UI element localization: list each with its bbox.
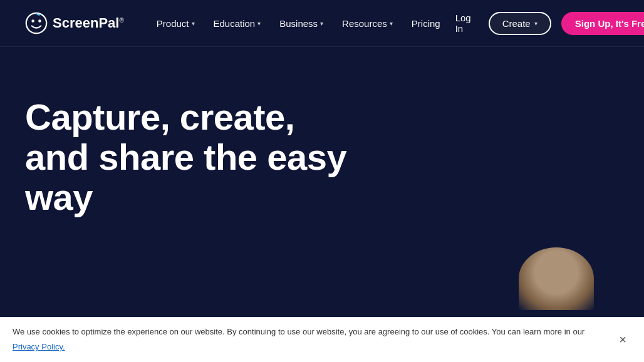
chevron-down-icon: ▾ — [534, 20, 538, 27]
chevron-down-icon: ▾ — [390, 20, 393, 27]
chevron-down-icon: ▾ — [192, 20, 195, 27]
chevron-down-icon: ▾ — [320, 20, 323, 27]
hero-heading: Capture, create, and share the easy way — [25, 97, 351, 217]
hero-section: Capture, create, and share the easy way — [0, 47, 644, 310]
hero-avatar — [519, 247, 594, 310]
svg-point-2 — [38, 19, 41, 23]
logo-text: ScreenPal® — [53, 15, 124, 31]
signup-button[interactable]: Sign Up, It's Free — [561, 12, 644, 35]
svg-point-0 — [26, 13, 46, 33]
nav-pricing[interactable]: Pricing — [404, 13, 448, 34]
header: ScreenPal® Product ▾ Education ▾ Busines… — [0, 0, 644, 47]
main-nav: Product ▾ Education ▾ Business ▾ Resourc… — [149, 13, 448, 34]
hero-text: Capture, create, and share the easy way — [25, 97, 351, 217]
logo[interactable]: ScreenPal® — [25, 12, 124, 34]
svg-point-1 — [31, 19, 34, 23]
nav-product[interactable]: Product ▾ — [149, 13, 202, 34]
nav-education[interactable]: Education ▾ — [206, 13, 269, 34]
cookie-privacy-link[interactable]: Privacy Policy. — [13, 341, 65, 353]
cookie-banner: We use cookies to optimize the experienc… — [0, 317, 644, 362]
chevron-down-icon: ▾ — [257, 20, 261, 27]
nav-resources[interactable]: Resources ▾ — [335, 13, 400, 34]
nav-right: Log In Create ▾ Sign Up, It's Free — [448, 8, 644, 39]
cookie-close-button[interactable]: × — [614, 331, 631, 348]
logo-icon — [25, 12, 48, 34]
login-button[interactable]: Log In — [448, 8, 479, 39]
create-button[interactable]: Create ▾ — [489, 12, 551, 35]
cookie-message: We use cookies to optimize the experienc… — [13, 326, 584, 338]
nav-business[interactable]: Business ▾ — [272, 13, 331, 34]
